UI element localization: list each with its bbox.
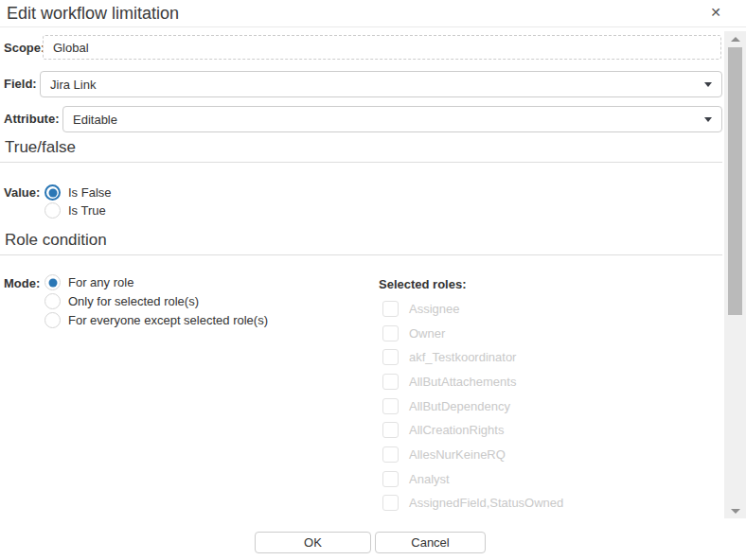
role-row: AllCreationRights [382, 422, 504, 438]
role-label: AssignedField,StatusOwned [409, 496, 563, 510]
cancel-button[interactable]: Cancel [375, 532, 486, 553]
scrollbar-up-button[interactable] [724, 31, 746, 46]
role-label: Owner [409, 326, 445, 341]
role-label: Analyst [409, 472, 450, 486]
role-label: AllCreationRights [409, 423, 504, 437]
role-row: AllesNurKeineRQ [382, 446, 506, 463]
radio-is-false[interactable] [44, 184, 61, 201]
role-label: AllButAttachements [409, 375, 516, 389]
arrow-up-icon [731, 37, 740, 42]
role-label: akf_Testkoordinator [409, 350, 516, 364]
section-heading-true-false: True/false [5, 138, 76, 157]
scrollbar-down-button[interactable] [724, 503, 746, 518]
scrollbar[interactable] [724, 31, 746, 518]
radio-everyone-except-roles[interactable] [44, 312, 61, 328]
field-label: Field: [4, 78, 37, 91]
field-value: Jira Link [50, 78, 96, 92]
role-row: Analyst [382, 471, 450, 487]
ok-button[interactable]: OK [255, 532, 371, 553]
arrow-down-icon [731, 509, 740, 514]
radio-is-true[interactable] [44, 202, 61, 219]
radio-for-any-role[interactable] [44, 274, 61, 290]
radio-for-any-role-label[interactable]: For any role [68, 276, 133, 289]
close-icon[interactable]: ✕ [706, 3, 725, 22]
section-heading-role-condition: Role condition [5, 231, 107, 250]
scope-value: Global [53, 41, 89, 55]
role-row: AllButAttachements [382, 374, 516, 390]
role-row: AllButDependency [382, 398, 510, 414]
chevron-down-icon [704, 117, 712, 122]
role-row: AssignedField,StatusOwned [382, 495, 563, 511]
edit-workflow-limitation-dialog: Edit workflow limitation ✕ Scope: Global… [0, 0, 746, 560]
role-label: AllesNurKeineRQ [409, 447, 506, 462]
radio-only-selected-roles-label[interactable]: Only for selected role(s) [68, 295, 199, 308]
role-label: Assignee [409, 302, 459, 316]
radio-dot [48, 278, 57, 287]
radio-is-false-label[interactable]: Is False [68, 186, 112, 200]
value-label: Value: [4, 186, 40, 200]
checkbox-unchecked-icon [382, 422, 399, 438]
radio-dot [48, 188, 57, 197]
checkbox-unchecked-icon [382, 349, 399, 365]
checkbox-unchecked-icon [382, 301, 399, 317]
section-divider [0, 162, 722, 163]
section-divider [0, 254, 722, 255]
selected-roles-heading: Selected roles: [379, 277, 467, 291]
checkbox-unchecked-icon [382, 325, 399, 341]
attribute-label: Attribute: [4, 113, 60, 126]
role-label: AllButDependency [409, 399, 510, 413]
chevron-down-icon [704, 82, 712, 87]
scope-label: Scope: [4, 42, 44, 55]
attribute-value: Editable [73, 113, 117, 127]
scope-input: Global [43, 35, 721, 60]
mode-label: Mode: [4, 277, 40, 290]
radio-only-selected-roles[interactable] [44, 293, 61, 309]
field-select[interactable]: Jira Link [40, 71, 722, 97]
checkbox-unchecked-icon [382, 495, 399, 511]
checkbox-unchecked-icon [382, 471, 399, 487]
radio-is-true-label[interactable]: Is True [68, 204, 106, 218]
role-row: Assignee [382, 301, 459, 317]
scrollbar-thumb[interactable] [728, 47, 742, 315]
page-title: Edit workflow limitation [7, 4, 179, 24]
attribute-select[interactable]: Editable [62, 106, 722, 132]
radio-everyone-except-roles-label[interactable]: For everyone except selected role(s) [68, 314, 268, 327]
checkbox-unchecked-icon [382, 398, 399, 414]
checkbox-unchecked-icon [382, 374, 399, 390]
role-row: Owner [382, 325, 445, 341]
role-row: akf_Testkoordinator [382, 349, 516, 365]
checkbox-unchecked-icon [382, 446, 399, 463]
header-divider [0, 26, 746, 27]
